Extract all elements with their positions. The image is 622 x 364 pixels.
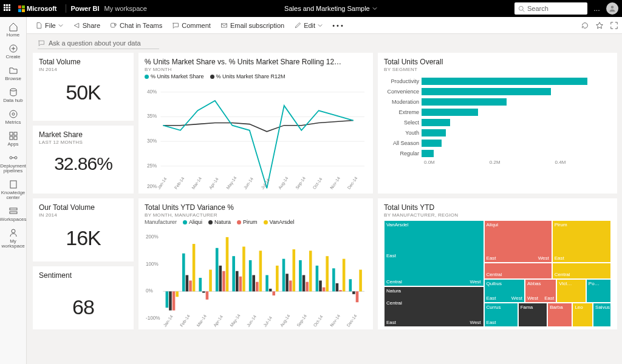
svg-rect-71 bbox=[272, 291, 275, 295]
svg-point-11 bbox=[15, 157, 17, 159]
tree-leo[interactable]: Leo bbox=[572, 303, 593, 327]
svg-rect-47 bbox=[173, 291, 176, 310]
kpi-value: 16K bbox=[39, 226, 128, 250]
hbar-row[interactable]: Youth bbox=[384, 127, 611, 138]
svg-rect-12 bbox=[10, 181, 16, 188]
tree-abbas[interactable]: AbbasWestEast bbox=[525, 279, 556, 303]
line-chart-market-share[interactable]: % Units Market Share vs. % Units Market … bbox=[138, 53, 373, 194]
hbar-row[interactable]: All Season bbox=[384, 138, 611, 148]
svg-text:Mar-14: Mar-14 bbox=[196, 314, 208, 328]
user-avatar[interactable] bbox=[606, 2, 618, 15]
svg-rect-81 bbox=[316, 266, 319, 291]
tree-pomum[interactable]: Po… bbox=[586, 279, 611, 303]
report-toolbar: File Share Chat in Teams Comment Email s… bbox=[27, 17, 622, 34]
nav-home[interactable]: Home bbox=[0, 19, 27, 40]
svg-text:Dec-14: Dec-14 bbox=[347, 176, 359, 190]
tree-fama[interactable]: Fama bbox=[518, 303, 548, 327]
favorite-icon[interactable] bbox=[595, 21, 604, 30]
share-button[interactable]: Share bbox=[69, 21, 104, 30]
search-input[interactable]: Search bbox=[514, 2, 587, 15]
mail-icon bbox=[220, 22, 228, 29]
svg-text:Nov-14: Nov-14 bbox=[329, 176, 341, 190]
kpi-sentiment[interactable]: Sentiment 68 bbox=[33, 266, 134, 329]
tree-pirum[interactable]: Pirum East bbox=[552, 220, 611, 263]
nav-apps[interactable]: Apps bbox=[0, 129, 27, 149]
tree-quibus[interactable]: QuibusEastWest bbox=[484, 279, 525, 303]
svg-text:May-14: May-14 bbox=[225, 175, 238, 190]
card-title: Total Volume bbox=[39, 58, 128, 66]
nav-browse[interactable]: Browse bbox=[0, 63, 27, 84]
svg-text:Mar-14: Mar-14 bbox=[191, 176, 202, 190]
app-launcher-icon[interactable] bbox=[4, 4, 12, 13]
tree-aliqui[interactable]: Aliqui EastWest bbox=[484, 220, 552, 263]
share-icon bbox=[73, 22, 80, 29]
svg-rect-75 bbox=[289, 280, 292, 291]
svg-text:200%: 200% bbox=[146, 234, 159, 240]
kpi-total-volume[interactable]: Total Volume IN 2014 50K bbox=[33, 53, 134, 121]
svg-rect-61 bbox=[232, 256, 235, 291]
card-title: Total Units YTD Variance % bbox=[145, 203, 367, 212]
nav-datahub[interactable]: Data hub bbox=[0, 85, 27, 106]
svg-rect-73 bbox=[282, 259, 285, 292]
svg-rect-62 bbox=[236, 271, 239, 292]
divider bbox=[66, 4, 66, 13]
card-subtitle: BY MONTH, MANUFACTURER bbox=[145, 212, 367, 218]
tree-salvus[interactable]: Salvus bbox=[593, 303, 611, 327]
email-sub-button[interactable]: Email subscription bbox=[217, 21, 288, 30]
svg-text:Dec-14: Dec-14 bbox=[346, 314, 358, 328]
file-menu[interactable]: File bbox=[32, 21, 67, 30]
svg-rect-52 bbox=[193, 244, 196, 291]
svg-rect-14 bbox=[10, 212, 17, 214]
svg-rect-70 bbox=[269, 289, 272, 291]
hbar-row[interactable]: Extreme bbox=[384, 107, 611, 117]
tree-natura[interactable]: Natura Central East West bbox=[384, 286, 484, 327]
kpi-market-share[interactable]: Market Share LAST 12 MONTHS 32.86% bbox=[33, 126, 134, 194]
svg-rect-58 bbox=[219, 266, 222, 291]
nav-create[interactable]: Create bbox=[0, 41, 27, 62]
more-actions-button[interactable]: • • • bbox=[329, 21, 347, 30]
refresh-icon[interactable] bbox=[581, 21, 589, 30]
global-header: Microsoft Power BI My workspace Sales an… bbox=[0, 0, 622, 17]
tree-victoria[interactable]: Vict… bbox=[556, 279, 586, 303]
svg-text:Feb-14: Feb-14 bbox=[179, 314, 191, 328]
svg-rect-89 bbox=[349, 279, 352, 291]
kpi-our-total-volume[interactable]: Our Total Volume IN 2014 16K bbox=[33, 198, 134, 261]
hbar-row[interactable]: Select bbox=[384, 117, 611, 127]
tree-pirum-central[interactable]: Central bbox=[552, 263, 611, 278]
card-title: Total Units Overall bbox=[384, 58, 611, 66]
fullscreen-icon[interactable] bbox=[610, 21, 618, 30]
qna-input[interactable]: Ask a question about your data bbox=[38, 38, 159, 49]
tree-currus[interactable]: CurrusEast bbox=[484, 303, 518, 327]
chat-teams-button[interactable]: Chat in Teams bbox=[106, 21, 166, 30]
hbar-row[interactable]: Productivity bbox=[384, 76, 611, 86]
svg-text:40%: 40% bbox=[147, 89, 157, 95]
svg-rect-82 bbox=[319, 280, 322, 291]
svg-rect-76 bbox=[292, 249, 295, 291]
edit-menu[interactable]: Edit bbox=[290, 21, 326, 30]
tree-barba[interactable]: Barba bbox=[547, 303, 572, 327]
hbar-row[interactable]: Convenience bbox=[384, 86, 611, 96]
nav-metrics[interactable]: Metrics bbox=[0, 107, 27, 127]
nav-knowledge[interactable]: Knowledge center bbox=[0, 177, 27, 203]
nav-pipelines[interactable]: Deployment pipelines bbox=[0, 150, 27, 176]
tree-vanarsdel[interactable]: VanArsdel East Central West bbox=[384, 220, 484, 286]
comment-button[interactable]: Comment bbox=[168, 21, 214, 30]
card-subtitle: IN 2014 bbox=[39, 67, 128, 72]
hbar-row[interactable]: Moderation bbox=[384, 96, 611, 107]
svg-rect-92 bbox=[359, 270, 362, 292]
tree-aliqui-central[interactable]: Central bbox=[484, 263, 552, 278]
search-placeholder: Search bbox=[527, 5, 549, 12]
nav-my-workspace[interactable]: My workspace bbox=[0, 226, 27, 251]
chevron-down-icon bbox=[318, 23, 323, 28]
more-options-icon[interactable]: … bbox=[593, 5, 600, 12]
card-title: Sentiment bbox=[39, 271, 128, 280]
treemap-total-units-ytd[interactable]: Total Units YTD BY MANUFACTURER, REGION … bbox=[378, 198, 617, 329]
report-title-dropdown[interactable]: Sales and Marketing Sample bbox=[147, 5, 514, 12]
kpi-value: 32.86% bbox=[39, 153, 128, 174]
pencil-icon bbox=[294, 22, 301, 29]
nav-workspaces[interactable]: Workspaces bbox=[0, 204, 27, 224]
hbar-row[interactable]: Regular bbox=[384, 148, 611, 158]
bar-chart-total-units-segment[interactable]: Total Units Overall BY SEGMENT Productiv… bbox=[378, 53, 617, 194]
workspace-breadcrumb[interactable]: My workspace bbox=[104, 5, 147, 12]
bar-chart-variance[interactable]: Total Units YTD Variance % BY MONTH, MAN… bbox=[138, 198, 373, 329]
